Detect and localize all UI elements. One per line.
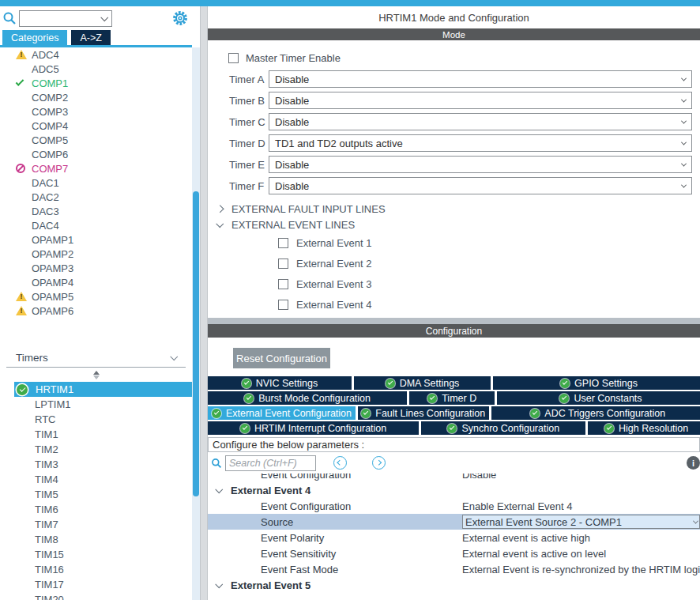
config-tab-fault-lines-configuration[interactable]: Fault Lines Configuration [358, 406, 489, 420]
master-timer-row: Master Timer Enable [228, 51, 700, 64]
peripheral-item[interactable]: COMP6 [0, 147, 192, 161]
search-next-button[interactable] [372, 456, 386, 470]
param-row[interactable]: Event SensitivityExternal event is activ… [208, 545, 700, 561]
reset-configuration-button[interactable]: Reset Configuration [233, 348, 330, 368]
chevron-down-icon [216, 220, 223, 227]
source-combo[interactable]: External Event Source 2 - COMP1 [462, 515, 700, 529]
external-event-checkbox[interactable] [278, 279, 288, 289]
timer-mode-value: Disable [275, 116, 309, 128]
timer-item[interactable]: TIM16 [0, 562, 192, 577]
peripheral-item[interactable]: OPAMP3 [0, 261, 192, 275]
timer-mode-select[interactable]: Disable [269, 92, 692, 109]
timer-item[interactable]: TIM5 [0, 487, 192, 502]
config-tab-gpio-settings[interactable]: GPIO Settings [493, 376, 700, 390]
tree-toggle[interactable]: EXTERNAL FAULT INPUT LINES [208, 201, 700, 217]
external-event-checkbox[interactable] [278, 258, 288, 269]
timer-mode-select[interactable]: Disable [269, 70, 692, 88]
chevron-down-icon [681, 75, 687, 81]
master-timer-checkbox[interactable] [228, 53, 239, 63]
config-tab-timer-d[interactable]: Timer D [409, 391, 495, 405]
peripheral-item[interactable]: !OPAMP5 [0, 289, 192, 304]
peripheral-item[interactable]: !OPAMP6 [0, 304, 192, 318]
timer-item[interactable]: TIM6 [0, 502, 192, 517]
timer-item[interactable]: TIM7 [0, 517, 192, 532]
slash [17, 165, 24, 172]
timer-item[interactable]: HRTIM1 [14, 382, 192, 397]
icon-slot: ! [16, 50, 32, 59]
config-tab-dma-settings[interactable]: DMA Settings [354, 376, 491, 390]
config-tab-hrtim-interrupt-configuration[interactable]: HRTIM Interrupt Configuration [208, 421, 419, 435]
mode-horizontal-scrollbar[interactable] [208, 318, 700, 324]
external-event-label: External Event 2 [296, 258, 371, 270]
timers-section-header[interactable]: Timers [6, 349, 186, 365]
sidebar-scrollbar-thumb[interactable] [193, 191, 199, 496]
settings-gear-icon[interactable] [172, 10, 188, 26]
timer-mode-row: Timer CDisable [208, 113, 700, 130]
external-event-checkbox[interactable] [278, 238, 288, 248]
timer-item[interactable]: TIM4 [0, 472, 192, 487]
timer-item[interactable]: TIM15 [0, 547, 192, 562]
timer-list: HRTIM1LPTIM1RTCTIM1TIM2TIM3TIM4TIM5TIM6T… [0, 382, 192, 600]
tree-label: EXTERNAL FAULT INPUT LINES [231, 203, 386, 215]
info-icon[interactable]: i [687, 456, 700, 470]
params-search-input[interactable] [225, 455, 316, 471]
configuration-section-header: Configuration [208, 324, 700, 338]
peripheral-item[interactable]: !ADC4 [0, 47, 192, 62]
panel-splitter[interactable] [200, 6, 208, 600]
peripheral-item[interactable]: COMP5 [0, 133, 192, 147]
config-tab-synchro-configuration[interactable]: Synchro Configuration [421, 421, 585, 435]
search-prev-button[interactable] [333, 456, 347, 470]
list-scroll-up-button[interactable] [0, 368, 192, 382]
config-tab-user-constants[interactable]: User Constants [497, 391, 700, 405]
peripheral-item[interactable]: COMP4 [0, 119, 192, 133]
peripheral-label: COMP7 [32, 163, 68, 175]
config-tab-adc-triggers-configuration[interactable]: ADC Triggers Configuration [491, 406, 700, 420]
timer-mode-select[interactable]: Disable [269, 113, 692, 130]
param-row[interactable]: Event Fast ModeExternal Event is re-sync… [208, 561, 700, 577]
timer-mode-select[interactable]: Disable [269, 177, 692, 194]
timer-item[interactable]: TIM1 [0, 427, 192, 442]
chevron-down-icon [681, 96, 687, 102]
timer-item[interactable]: TIM2 [0, 442, 192, 457]
timer-mode-select[interactable]: TD1 and TD2 outputs active [269, 134, 692, 152]
peripheral-item[interactable]: OPAMP1 [0, 232, 192, 247]
param-row[interactable]: Event PolarityExternal event is active h… [208, 530, 700, 545]
chevron-right-icon [376, 460, 381, 465]
peripheral-item[interactable]: DAC1 [0, 175, 192, 190]
config-tab-high-resolution[interactable]: High Resolution [588, 421, 700, 435]
timer-item[interactable]: TIM17 [0, 577, 192, 592]
timer-item[interactable]: LPTIM1 [0, 397, 192, 412]
param-group-row[interactable]: External Event 5 [208, 577, 700, 593]
sidebar-scrollbar[interactable] [192, 47, 200, 600]
peripheral-item[interactable]: DAC4 [0, 218, 192, 232]
peripheral-item[interactable]: OPAMP2 [0, 247, 192, 261]
peripheral-item[interactable]: COMP3 [0, 104, 192, 119]
timers-section-title: Timers [16, 352, 48, 364]
tab-label: High Resolution [619, 423, 688, 434]
check-circle-icon [560, 379, 570, 388]
param-row[interactable]: Event ConfigurationDisable [208, 474, 700, 482]
timer-item[interactable]: TIM8 [0, 532, 192, 547]
config-tab-burst-mode-configuration[interactable]: Burst Mode Configuration [208, 391, 407, 405]
param-row[interactable]: SourceExternal Event Source 2 - COMP1 [208, 514, 700, 530]
peripheral-item[interactable]: DAC3 [0, 204, 192, 218]
peripheral-item[interactable]: ADC5 [0, 62, 192, 76]
peripheral-item[interactable]: COMP7 [0, 161, 192, 175]
timer-item[interactable]: RTC [0, 412, 192, 427]
tab-a-z[interactable]: A->Z [71, 30, 110, 45]
tab-categories[interactable]: Categories [2, 30, 67, 45]
peripheral-item[interactable]: COMP1 [0, 76, 192, 90]
timer-item[interactable]: TIM20 [0, 592, 192, 600]
timer-item[interactable]: TIM3 [0, 457, 192, 472]
peripheral-item[interactable]: DAC2 [0, 190, 192, 204]
peripheral-item[interactable]: COMP2 [0, 90, 192, 104]
timer-mode-select[interactable]: Disable [269, 156, 692, 173]
config-tab-external-event-configuration[interactable]: External Event Configuration [208, 406, 356, 420]
sidebar-search-select[interactable] [19, 10, 112, 27]
param-row[interactable]: Event ConfigurationEnable External Event… [208, 498, 700, 514]
peripheral-item[interactable]: OPAMP4 [0, 275, 192, 289]
param-group-row[interactable]: External Event 4 [208, 482, 700, 498]
config-tab-nvic-settings[interactable]: NVIC Settings [208, 376, 352, 390]
tree-toggle[interactable]: EXTERNAL EVENT LINES [208, 217, 700, 232]
external-event-checkbox[interactable] [278, 300, 288, 310]
